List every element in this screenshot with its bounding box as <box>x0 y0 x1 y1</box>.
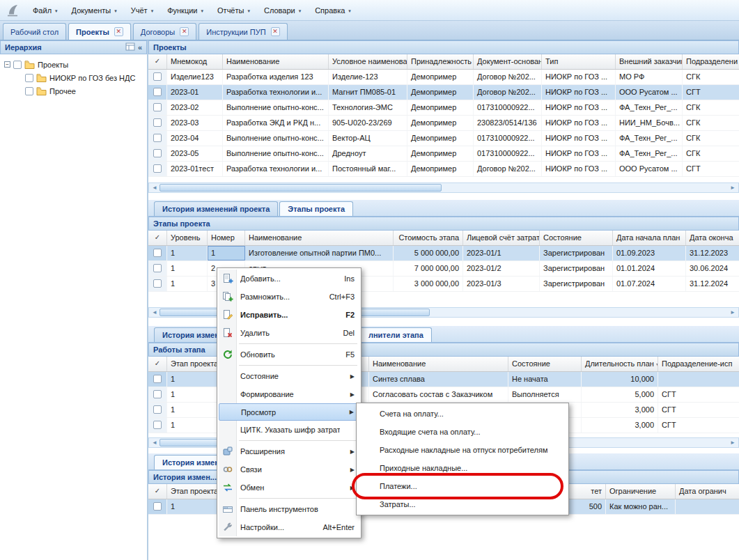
tab-project-stages[interactable]: Этапы проекта <box>279 201 353 216</box>
column-header[interactable]: Состояние <box>540 231 613 245</box>
column-header[interactable]: Дата оконча <box>686 231 739 245</box>
row-checkbox[interactable] <box>153 149 162 157</box>
menu-item-edit[interactable]: Исправить...F2 <box>219 306 359 324</box>
menu-item-exchange[interactable]: Обмен▶ <box>219 479 359 497</box>
table-row[interactable]: 2023-04Выполнение опытно-конс...Вектор-А… <box>148 131 739 146</box>
scroll-left-icon[interactable]: ◄ <box>150 185 160 191</box>
menu-item-links[interactable]: Связи▶ <box>219 460 359 479</box>
column-header[interactable]: Внешний заказчик <box>616 54 683 69</box>
column-header[interactable]: Длительность план ▼ <box>582 357 658 371</box>
menu-item-state[interactable]: Состояние▶ <box>219 367 359 385</box>
column-header[interactable]: Наименование <box>223 54 329 69</box>
column-header[interactable]: Наименование <box>369 357 508 371</box>
column-header[interactable]: тет <box>568 484 606 499</box>
column-header[interactable]: Дата огранич <box>676 484 739 499</box>
close-icon[interactable]: ✕ <box>180 27 189 36</box>
close-icon[interactable]: ✕ <box>114 27 123 36</box>
menu-help[interactable]: Справка▾ <box>309 3 357 17</box>
tree-checkbox[interactable] <box>25 74 33 82</box>
projects-hscrollbar[interactable]: ◄ ► <box>148 182 739 193</box>
row-checkbox[interactable] <box>153 421 162 429</box>
row-checkbox[interactable] <box>153 279 162 288</box>
column-header[interactable]: Подразделени <box>683 54 739 69</box>
scroll-thumb[interactable] <box>160 184 442 192</box>
scroll-right-icon[interactable]: ► <box>728 185 738 191</box>
row-checkbox[interactable] <box>153 164 162 173</box>
row-checkbox[interactable] <box>153 375 162 383</box>
menu-reports[interactable]: Отчёты▾ <box>211 3 256 17</box>
column-header[interactable]: Состояние <box>508 357 582 371</box>
column-header[interactable]: Наименование <box>245 231 394 245</box>
row-checkbox[interactable] <box>153 249 162 257</box>
scroll-right-icon[interactable]: ► <box>728 309 738 316</box>
menu-item-formation[interactable]: Формирование▶ <box>219 385 359 403</box>
row-checkbox[interactable] <box>153 72 162 81</box>
tab-instructions-pup[interactable]: Инструкции ПУП✕ <box>199 23 287 40</box>
menu-item-citk[interactable]: ЦИТК. Указать шифр затрат... <box>219 421 359 439</box>
menu-item-incoming-invoices[interactable]: Входящие счета на оплату... <box>358 423 567 441</box>
table-row[interactable]: 2023-02Выполнение опытно-конс...Технолог… <box>148 100 739 116</box>
select-all-checkbox[interactable]: ✓ <box>148 231 167 245</box>
scroll-right-icon[interactable]: ► <box>728 440 738 446</box>
table-row[interactable]: 2023-01тестРазработка технологии и...Пос… <box>148 162 739 177</box>
menu-item-refresh[interactable]: ОбновитьF5 <box>219 345 359 364</box>
row-checkbox[interactable] <box>153 103 162 111</box>
tree-node-projects[interactable]: − Проекты <box>1 58 146 71</box>
column-header[interactable]: Подразделение-исп <box>658 357 739 371</box>
scroll-left-icon[interactable]: ◄ <box>150 309 160 316</box>
row-checkbox[interactable] <box>153 118 162 127</box>
tree-checkbox[interactable] <box>25 87 33 95</box>
menu-item-duplicate[interactable]: Размножить...Ctrl+F3 <box>219 288 359 306</box>
table-row[interactable]: 2023-01Разработка технологии и...Магнит … <box>148 85 739 100</box>
table-row[interactable]: 2023-03Разработка ЭКД и РКД н...905-U020… <box>148 116 739 131</box>
close-icon[interactable]: ✕ <box>271 27 280 36</box>
menu-item-view[interactable]: Просмотр▶ <box>219 403 359 421</box>
column-header[interactable]: Мнемокод <box>167 54 223 69</box>
row-checkbox[interactable] <box>153 390 162 398</box>
column-header[interactable]: Ограничение <box>606 484 676 499</box>
column-header[interactable]: Лицевой счёт затрат <box>463 231 540 245</box>
menu-item-add[interactable]: Добавить...Ins <box>219 270 359 288</box>
tab-contracts[interactable]: Договоры✕ <box>133 23 196 40</box>
menu-item-outgoing-waybills[interactable]: Расходные накладные на отпуск потребител… <box>358 441 567 459</box>
collapse-expander-icon[interactable]: − <box>4 61 10 68</box>
menu-item-payments[interactable]: Платежи... <box>358 477 567 495</box>
tab-desktop[interactable]: Рабочий стол <box>3 23 66 40</box>
column-header[interactable]: Номер <box>208 231 245 245</box>
select-all-checkbox[interactable]: ✓ <box>148 54 167 69</box>
scroll-left-icon[interactable]: ◄ <box>150 440 160 446</box>
column-header[interactable]: Тип <box>542 54 616 69</box>
select-all-checkbox[interactable]: ✓ <box>148 484 167 499</box>
menu-dictionaries[interactable]: Словари▾ <box>258 3 307 17</box>
grid-settings-icon[interactable] <box>125 42 135 52</box>
menu-item-settings[interactable]: Настройки...Alt+Enter <box>219 518 359 536</box>
column-header[interactable]: Условное наименова <box>329 54 407 69</box>
menu-item-incoming-waybills[interactable]: Приходные накладные... <box>358 459 567 477</box>
column-header[interactable]: Документ-основан <box>474 54 542 69</box>
menu-item-toolbar[interactable]: Панель инструментов <box>219 500 359 518</box>
collapse-panel-icon[interactable]: « <box>138 43 142 52</box>
column-header[interactable]: Уровень <box>167 231 208 245</box>
column-header[interactable]: Принадлежность <box>407 54 474 69</box>
column-header[interactable]: Дата начала план <box>613 231 686 245</box>
menu-item-extensions[interactable]: Расширения▶ <box>219 442 359 460</box>
tab-projects[interactable]: Проекты✕ <box>68 23 131 40</box>
tree-checkbox[interactable] <box>13 61 22 69</box>
tree-node-other[interactable]: Прочее <box>1 84 146 98</box>
row-checkbox[interactable] <box>153 405 162 414</box>
menu-documents[interactable]: Документы▾ <box>65 3 123 17</box>
tree-node-niokr[interactable]: НИОКР по ГОЗ без НДС <box>1 71 146 84</box>
table-row[interactable]: 2023-05Выполнение опытно-конс...Дредноут… <box>148 146 739 162</box>
table-row[interactable]: Изделие123Разработка изделия 123Изделие-… <box>148 70 739 85</box>
select-all-checkbox[interactable]: ✓ <box>148 357 167 371</box>
row-checkbox[interactable] <box>153 264 162 272</box>
row-checkbox[interactable] <box>153 502 162 511</box>
column-header[interactable]: Стоимость этапа <box>394 231 463 245</box>
menu-item-invoices[interactable]: Счета на оплату... <box>358 405 567 423</box>
menu-item-costs[interactable]: Затраты... <box>358 495 567 513</box>
menu-functions[interactable]: Функции▾ <box>161 3 210 17</box>
table-row[interactable]: 11Изготовление опытной партии ПМ0...5 00… <box>148 246 739 261</box>
menu-file[interactable]: Файл▾ <box>26 3 64 17</box>
row-checkbox[interactable] <box>153 88 162 96</box>
menu-item-delete[interactable]: УдалитьDel <box>219 324 359 342</box>
